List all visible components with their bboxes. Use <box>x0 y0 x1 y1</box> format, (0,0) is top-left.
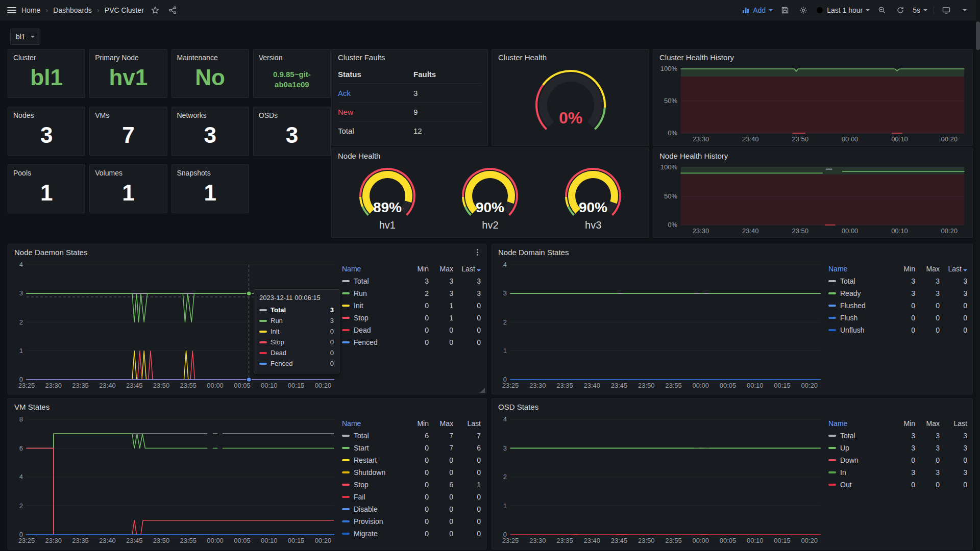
legend-col-last[interactable]: Last <box>453 419 481 428</box>
svg-text:00:00: 00:00 <box>842 135 859 143</box>
panel-title[interactable]: Cluster Faults <box>332 49 487 65</box>
legend-row-stop[interactable]: Stop061 <box>342 479 481 491</box>
svg-text:23:40: 23:40 <box>99 537 116 544</box>
chart-svg[interactable]: 0%50%100%23:3023:4023:5000:0000:1000:20 <box>657 65 968 143</box>
stat-value: 1 <box>8 173 85 213</box>
svg-text:23:40: 23:40 <box>583 382 600 389</box>
stat-value: hv1 <box>90 58 166 97</box>
chart-svg[interactable]: 0246823:2523:3023:3523:4023:4523:5023:55… <box>11 415 338 545</box>
panel-title[interactable]: VM States <box>8 399 486 414</box>
chart-svg[interactable]: 0123423:2523:3023:3523:4023:4523:5023:55… <box>495 261 824 390</box>
node-gauge-hv1: 89%hv1 <box>344 166 431 231</box>
svg-text:23:50: 23:50 <box>153 537 170 544</box>
vm-states-chart[interactable]: 0246823:2523:3023:3523:4023:4523:5023:55… <box>11 415 338 545</box>
panel-title[interactable]: Node Health History <box>653 148 972 163</box>
legend-row-flushed[interactable]: Flushed000 <box>828 299 967 312</box>
save-dashboard-icon[interactable] <box>779 4 791 16</box>
legend-col-max[interactable]: Max <box>915 265 940 273</box>
legend-row-stop[interactable]: Stop010 <box>342 312 481 324</box>
panel-title[interactable]: OSD States <box>492 399 972 414</box>
legend-row-fenced[interactable]: Fenced000 <box>342 336 481 348</box>
series-swatch <box>342 459 350 461</box>
star-icon[interactable] <box>149 4 161 16</box>
fault-status[interactable]: Ack <box>338 89 413 97</box>
legend-row-out[interactable]: Out000 <box>828 479 967 491</box>
svg-text:23:50: 23:50 <box>792 227 808 235</box>
legend-row-migrate[interactable]: Migrate000 <box>342 528 481 540</box>
variable-value: bl1 <box>16 33 26 41</box>
panel-title[interactable]: Node Domain States <box>492 244 972 260</box>
stat-title[interactable]: Version <box>254 49 330 62</box>
panel-title[interactable]: Node Daemon States <box>8 244 486 260</box>
panel-title[interactable]: Node Health <box>332 148 649 163</box>
stat-panel-snapshots: Snapshots1 <box>172 164 249 213</box>
legend-col-min[interactable]: Min <box>404 419 429 428</box>
time-range-picker[interactable]: Last 1 hour <box>816 6 870 14</box>
legend-row-down[interactable]: Down000 <box>828 454 967 466</box>
tooltip-row-run: Run3 <box>259 315 334 326</box>
variable-dropdown-bl1[interactable]: bl1 <box>10 29 40 45</box>
panel-title[interactable]: Cluster Health History <box>653 49 972 65</box>
breadcrumb-dashboards[interactable]: Dashboards <box>53 6 92 14</box>
legend-row-in[interactable]: In333 <box>828 466 967 479</box>
fault-status[interactable]: New <box>338 108 413 116</box>
zoom-out-icon[interactable] <box>876 4 888 16</box>
legend-col-max[interactable]: Max <box>915 419 940 428</box>
node-domain-chart[interactable]: 0123423:2523:3023:3523:4023:4523:5023:55… <box>495 261 824 390</box>
node-gauge-hv2: 90%hv2 <box>447 166 533 231</box>
settings-gear-icon[interactable] <box>797 4 810 16</box>
legend-col-last[interactable]: Last <box>940 419 967 428</box>
panel-resize-handle[interactable] <box>480 388 485 393</box>
series-swatch <box>828 484 836 486</box>
legend-row-total[interactable]: Total333 <box>342 275 481 287</box>
legend-row-restart[interactable]: Restart000 <box>342 454 481 466</box>
add-panel-icon <box>742 6 750 14</box>
stat-value: bl1 <box>8 58 85 97</box>
legend-row-disable[interactable]: Disable000 <box>342 503 481 515</box>
legend-row-up[interactable]: Up333 <box>828 442 967 454</box>
legend-row-total[interactable]: Total677 <box>342 430 481 442</box>
legend-row-total[interactable]: Total333 <box>828 430 967 442</box>
collapse-chevron-icon[interactable] <box>959 4 971 16</box>
legend-row-run[interactable]: Run233 <box>342 287 481 299</box>
panel-title[interactable]: Cluster Health <box>492 49 649 65</box>
chart-svg[interactable]: 0123423:2523:3023:3523:4023:4523:5023:55… <box>495 415 824 545</box>
legend-col-max[interactable]: Max <box>429 265 453 273</box>
legend-col-min[interactable]: Min <box>404 265 429 273</box>
svg-text:00:00: 00:00 <box>692 537 709 544</box>
legend-row-shutdown[interactable]: Shutdown000 <box>342 466 481 479</box>
legend-row-flush[interactable]: Flush000 <box>828 312 967 324</box>
legend-row-total[interactable]: Total333 <box>828 275 967 287</box>
kiosk-monitor-icon[interactable] <box>940 4 952 16</box>
legend-row-ready[interactable]: Ready333 <box>828 287 967 299</box>
legend-row-fail[interactable]: Fail000 <box>342 491 481 503</box>
legend-row-unflush[interactable]: Unflush000 <box>828 324 967 336</box>
svg-text:00:05: 00:05 <box>234 537 251 544</box>
node-health-history-chart[interactable]: 0%50%100%23:3023:4023:5000:0000:1000:20 <box>657 163 968 235</box>
refresh-icon[interactable] <box>894 4 906 16</box>
legend-col-last[interactable]: Last <box>453 265 481 273</box>
legend-row-dead[interactable]: Dead000 <box>342 324 481 336</box>
refresh-interval-dropdown[interactable]: 5s <box>913 6 927 14</box>
legend-col-max[interactable]: Max <box>429 419 453 428</box>
panel-menu-icon[interactable] <box>473 247 482 257</box>
svg-text:00:20: 00:20 <box>801 382 818 389</box>
osd-states-chart[interactable]: 0123423:2523:3023:3523:4023:4523:5023:55… <box>495 415 824 545</box>
breadcrumb-home[interactable]: Home <box>21 6 40 14</box>
legend-row-init[interactable]: Init010 <box>342 299 481 312</box>
gauge: 90% <box>447 166 533 220</box>
scrollbar-thumb[interactable] <box>976 21 980 50</box>
add-button[interactable]: Add <box>742 6 773 14</box>
legend-col-min[interactable]: Min <box>891 265 915 273</box>
cluster-health-history-chart[interactable]: 0%50%100%23:3023:4023:5000:0000:1000:20 <box>657 65 968 143</box>
legend-row-provision[interactable]: Provision000 <box>342 515 481 528</box>
menu-icon[interactable] <box>7 7 16 13</box>
chart-svg[interactable]: 0%50%100%23:3023:4023:5000:0000:1000:20 <box>657 163 968 235</box>
legend-col-last[interactable]: Last <box>940 265 967 273</box>
legend-col-min[interactable]: Min <box>891 419 915 428</box>
svg-text:50%: 50% <box>664 192 677 200</box>
svg-text:00:20: 00:20 <box>941 227 958 235</box>
share-icon[interactable] <box>166 4 179 16</box>
legend-row-start[interactable]: Start076 <box>342 442 481 454</box>
scrollbar[interactable] <box>976 0 980 551</box>
